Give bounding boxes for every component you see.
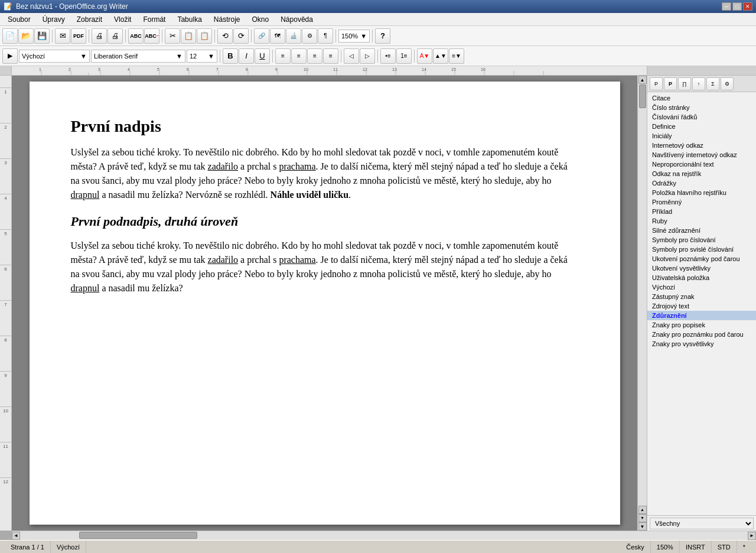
zoom-dropdown-icon[interactable]: ▼ xyxy=(360,32,367,40)
bullets-button[interactable]: •≡ xyxy=(380,48,396,64)
right-panel-item[interactable]: Číslování řádků xyxy=(647,112,756,122)
font-dropdown[interactable]: Liberation Serif ▼ xyxy=(91,50,185,63)
right-panel-item[interactable]: Silné zdůraznění xyxy=(647,226,756,235)
font-color-button[interactable]: A▼ xyxy=(417,48,432,64)
right-panel-item[interactable]: Ruby xyxy=(647,216,756,226)
right-panel-item[interactable]: Výchozí xyxy=(647,282,756,292)
menu-soubor[interactable]: Soubor xyxy=(2,14,36,25)
underline-button[interactable]: U xyxy=(255,48,270,64)
right-panel-item[interactable]: Ukotvení poznámky pod čarou xyxy=(647,254,756,264)
menu-okno[interactable]: Okno xyxy=(247,14,275,25)
rp-btn-1[interactable]: P xyxy=(650,77,663,90)
right-panel-item[interactable]: Symboly pro svislé číslování xyxy=(647,245,756,254)
align-justify-button[interactable]: ≡ xyxy=(323,48,338,64)
maximize-button[interactable]: □ xyxy=(732,2,742,11)
right-panel-item[interactable]: Příklad xyxy=(647,207,756,216)
horizontal-scrollbar[interactable]: ◄ ► xyxy=(12,531,756,540)
rp-btn-4[interactable]: ↑ xyxy=(692,77,705,90)
new-button[interactable]: 📄 xyxy=(2,28,18,44)
datasources-button[interactable]: ⚙ xyxy=(302,28,317,44)
right-panel-item[interactable]: Iniciály xyxy=(647,131,756,141)
menu-tabulka[interactable]: Tabulka xyxy=(172,14,207,25)
help-button[interactable]: ? xyxy=(375,28,390,44)
align-left-button[interactable]: ≡ xyxy=(275,48,291,64)
char-style-button[interactable]: ≡▼ xyxy=(449,48,464,64)
scroll-up-button[interactable]: ▲ xyxy=(638,76,647,84)
print-button[interactable]: 🖨 xyxy=(107,28,123,44)
hyperlink-button[interactable]: 🔗 xyxy=(254,28,269,44)
hscroll-left-button[interactable]: ◄ xyxy=(12,532,20,540)
right-panel-item[interactable]: Zástupný znak xyxy=(647,292,756,301)
menu-napoveda[interactable]: Nápověda xyxy=(275,14,318,25)
scroll-thumb[interactable] xyxy=(639,84,646,108)
selection-mode-section[interactable]: STD xyxy=(712,541,737,553)
indent-increase-button[interactable]: ▷ xyxy=(360,48,375,64)
document-area[interactable]: První nadpis Uslyšel za sebou tiché krok… xyxy=(12,76,637,531)
undo-button[interactable]: ⟲ xyxy=(217,28,233,44)
right-panel-item[interactable]: Definice xyxy=(647,122,756,131)
menu-upravy[interactable]: Úpravy xyxy=(37,14,70,25)
right-panel-item[interactable]: Zdůraznění xyxy=(647,311,756,320)
italic-button[interactable]: I xyxy=(239,48,254,64)
right-panel-item[interactable]: Uživatelská položka xyxy=(647,273,756,282)
minimize-button[interactable]: ─ xyxy=(722,2,731,11)
right-panel-item[interactable]: Citace xyxy=(647,93,756,103)
rp-btn-5[interactable]: Σ xyxy=(706,77,719,90)
navigator-button[interactable]: 🗺 xyxy=(270,28,285,44)
style-apply-button[interactable]: ▶ xyxy=(2,48,18,64)
style-dropdown[interactable]: Výchozí ▼ xyxy=(19,50,90,63)
right-panel-item[interactable]: Internetový odkaz xyxy=(647,141,756,150)
rp-btn-3[interactable]: ∏ xyxy=(678,77,691,90)
menu-zobrazit[interactable]: Zobrazit xyxy=(71,14,107,25)
menu-vlozit[interactable]: Vložit xyxy=(109,14,136,25)
right-panel-item[interactable]: Odkaz na rejstřík xyxy=(647,169,756,178)
copy-button[interactable]: 📋 xyxy=(181,28,196,44)
font-size-dropdown[interactable]: 12 ▼ xyxy=(187,50,217,63)
right-panel-item[interactable]: Ukotvení vysvětlivky xyxy=(647,264,756,273)
zoom-box[interactable]: 150% ▼ xyxy=(338,30,370,43)
export-pdf-button[interactable]: PDF xyxy=(71,28,86,44)
right-panel-item[interactable]: Znaky pro vysvětlivky xyxy=(647,339,756,349)
hscroll-track[interactable] xyxy=(20,531,748,540)
align-right-button[interactable]: ≡ xyxy=(307,48,322,64)
right-panel-item[interactable]: Neproporcionální text xyxy=(647,160,756,169)
numbering-button[interactable]: 1≡ xyxy=(396,48,412,64)
rp-btn-2[interactable]: P xyxy=(664,77,677,90)
close-button[interactable]: ✕ xyxy=(743,2,752,11)
insert-mode-section[interactable]: INSRT xyxy=(680,541,712,553)
right-panel-item[interactable]: Proměnný xyxy=(647,197,756,207)
right-panel-item[interactable]: Položka hlavního rejstříku xyxy=(647,188,756,197)
align-center-button[interactable]: ≡ xyxy=(291,48,307,64)
scroll-line-down[interactable]: ▼ xyxy=(638,514,647,522)
scroll-line-up[interactable]: ▲ xyxy=(638,506,647,514)
vertical-scrollbar[interactable]: ▲ ▲ ▼ ▼ xyxy=(637,76,647,531)
autocorrect-button[interactable]: ABC~ xyxy=(144,28,159,44)
right-panel-item[interactable]: Znaky pro popisek xyxy=(647,320,756,330)
hscroll-thumb[interactable] xyxy=(79,532,197,539)
find-button[interactable]: 🔬 xyxy=(286,28,301,44)
highlight-button[interactable]: ▲▼ xyxy=(433,48,448,64)
cut-button[interactable]: ✂ xyxy=(165,28,180,44)
print-preview-button[interactable]: 🖨 xyxy=(92,28,107,44)
scroll-track[interactable] xyxy=(638,84,647,506)
save-button[interactable]: 💾 xyxy=(34,28,50,44)
right-panel-item[interactable]: Navštívený internetový odkaz xyxy=(647,150,756,160)
bold-button[interactable]: B xyxy=(223,48,238,64)
right-panel-item[interactable]: Číslo stránky xyxy=(647,103,756,112)
menu-format[interactable]: Formát xyxy=(138,14,171,25)
indent-decrease-button[interactable]: ◁ xyxy=(344,48,359,64)
right-panel-item[interactable]: Odrážky xyxy=(647,178,756,188)
spellcheck-button[interactable]: ABC xyxy=(128,28,144,44)
open-button[interactable]: 📂 xyxy=(18,28,34,44)
redo-button[interactable]: ⟳ xyxy=(233,28,249,44)
paste-button[interactable]: 📋 xyxy=(197,28,212,44)
right-panel-filter[interactable]: Všechny xyxy=(650,518,754,529)
scroll-down-button[interactable]: ▼ xyxy=(638,522,647,531)
right-panel-item[interactable]: Zdrojový text xyxy=(647,301,756,311)
right-panel-item[interactable]: Symboly pro číslování xyxy=(647,235,756,245)
email-button[interactable]: ✉ xyxy=(55,28,70,44)
hscroll-right-button[interactable]: ► xyxy=(748,532,756,540)
rp-btn-6[interactable]: ⚙ xyxy=(721,77,734,90)
right-panel-item[interactable]: Znaky pro poznámku pod čarou xyxy=(647,330,756,339)
menu-nastroje[interactable]: Nástroje xyxy=(208,14,246,25)
